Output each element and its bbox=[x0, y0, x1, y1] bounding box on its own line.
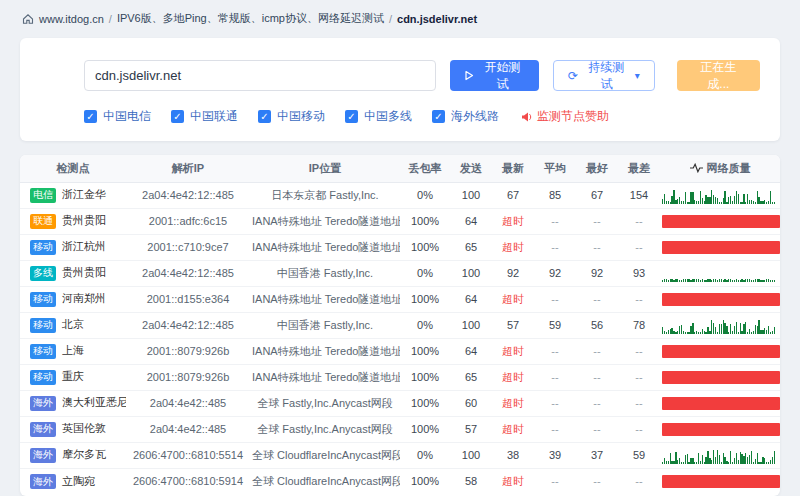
location-cell: IANA特殊地址 Teredo隧道地址 bbox=[250, 364, 400, 390]
ping-results-card: 检测点解析IPIP位置丢包率发送最新平均最好最差网络质量 电信浙江金华2a04:… bbox=[20, 155, 780, 496]
filter-checkbox-2[interactable]: ✓中国移动 bbox=[258, 108, 325, 125]
filter-checkbox-1[interactable]: ✓中国联通 bbox=[171, 108, 238, 125]
table-header-row: 检测点解析IPIP位置丢包率发送最新平均最好最差网络质量 bbox=[20, 155, 780, 182]
best-cell: -- bbox=[576, 234, 618, 260]
table-row: 移动上海2001::8079:926bIANA特殊地址 Teredo隧道地址10… bbox=[20, 338, 780, 364]
location-cell: IANA特殊地址 Teredo隧道地址 bbox=[250, 338, 400, 364]
col-header-7: 最好 bbox=[576, 155, 618, 182]
avg-cell: 39 bbox=[534, 442, 576, 468]
loss-cell: 100% bbox=[400, 364, 450, 390]
home-icon[interactable] bbox=[22, 13, 34, 25]
node-cell: 移动重庆 bbox=[20, 364, 126, 390]
loss-cell: 0% bbox=[400, 260, 450, 286]
quality-cell bbox=[660, 260, 780, 286]
timeout-bar bbox=[662, 345, 780, 358]
loss-cell: 100% bbox=[400, 416, 450, 442]
carrier-badge: 电信 bbox=[30, 188, 56, 203]
sent-cell: 100 bbox=[450, 182, 492, 208]
quality-cell bbox=[660, 182, 780, 208]
location-cell: 全球 CloudflareIncAnycast网段 bbox=[250, 468, 400, 494]
filter-label: 中国多线 bbox=[364, 108, 412, 125]
timeout-bar bbox=[662, 241, 780, 254]
table-row: 移动河南郑州2001::d155:e364IANA特殊地址 Teredo隧道地址… bbox=[20, 286, 780, 312]
filter-checkbox-0[interactable]: ✓中国电信 bbox=[84, 108, 151, 125]
latest-cell: 92 bbox=[492, 260, 534, 286]
sent-cell: 58 bbox=[450, 468, 492, 494]
filter-label: 中国移动 bbox=[277, 108, 325, 125]
search-row: 开始测试 ⟳ 持续测试 ▾ 正在生成... bbox=[84, 60, 760, 91]
ip-cell: 2a04:4e42::485 bbox=[126, 416, 250, 442]
sponsor-link[interactable]: 监测节点赞助 bbox=[521, 108, 609, 125]
continuous-test-label: 持续测试 bbox=[584, 59, 629, 93]
col-header-1: 解析IP bbox=[126, 155, 250, 182]
best-cell: 67 bbox=[576, 182, 618, 208]
activity-icon bbox=[690, 163, 703, 173]
avg-cell: -- bbox=[534, 234, 576, 260]
node-name: 上海 bbox=[62, 344, 84, 356]
checkbox-checked-icon: ✓ bbox=[432, 110, 445, 123]
worst-cell: -- bbox=[618, 468, 660, 494]
node-name: 浙江金华 bbox=[62, 188, 106, 200]
quality-cell bbox=[660, 468, 780, 494]
sent-cell: 64 bbox=[450, 208, 492, 234]
breadcrumb: www.itdog.cn / IPV6版、多地Ping、常规版、icmp协议、网… bbox=[0, 0, 800, 26]
breadcrumb-site[interactable]: www.itdog.cn bbox=[39, 13, 104, 25]
node-name: 浙江杭州 bbox=[62, 240, 106, 252]
avg-cell: -- bbox=[534, 416, 576, 442]
breadcrumb-target: cdn.jsdelivr.net bbox=[397, 13, 477, 25]
test-control-card: 开始测试 ⟳ 持续测试 ▾ 正在生成... ✓中国电信✓中国联通✓中国移动✓中国… bbox=[20, 38, 780, 141]
checkbox-checked-icon: ✓ bbox=[171, 110, 184, 123]
ip-cell: 2a04:4e42:12::485 bbox=[126, 312, 250, 338]
host-input[interactable] bbox=[84, 60, 436, 91]
sent-cell: 65 bbox=[450, 364, 492, 390]
col-header-8: 最差 bbox=[618, 155, 660, 182]
location-cell: 全球 CloudflareIncAnycast网段 bbox=[250, 442, 400, 468]
ip-cell: 2001::8079:926b bbox=[126, 338, 250, 364]
table-row: 移动浙江杭州2001::c710:9ce7IANA特殊地址 Teredo隧道地址… bbox=[20, 234, 780, 260]
avg-cell: -- bbox=[534, 208, 576, 234]
worst-cell: 78 bbox=[618, 312, 660, 338]
table-row: 移动北京2a04:4e42:12::485中国香港 Fastly,Inc.0%1… bbox=[20, 312, 780, 338]
node-cell: 联通贵州贵阳 bbox=[20, 208, 126, 234]
ip-cell: 2001::d155:e364 bbox=[126, 286, 250, 312]
filter-label: 海外线路 bbox=[451, 108, 499, 125]
best-cell: -- bbox=[576, 208, 618, 234]
avg-cell: -- bbox=[534, 364, 576, 390]
carrier-badge: 多线 bbox=[30, 266, 56, 281]
col-header-label: 网络质量 bbox=[707, 162, 751, 174]
checkbox-checked-icon: ✓ bbox=[258, 110, 271, 123]
node-cell: 移动北京 bbox=[20, 312, 126, 338]
quality-cell bbox=[660, 234, 780, 260]
ip-cell: 2a04:4e42:12::485 bbox=[126, 182, 250, 208]
loss-cell: 100% bbox=[400, 208, 450, 234]
loss-cell: 100% bbox=[400, 286, 450, 312]
node-cell: 移动上海 bbox=[20, 338, 126, 364]
sent-cell: 64 bbox=[450, 338, 492, 364]
avg-cell: -- bbox=[534, 390, 576, 416]
latency-sparkline bbox=[662, 265, 780, 282]
loss-cell: 0% bbox=[400, 312, 450, 338]
breadcrumb-path[interactable]: IPV6版、多地Ping、常规版、icmp协议、网络延迟测试 bbox=[117, 11, 384, 26]
continuous-test-button[interactable]: ⟳ 持续测试 ▾ bbox=[553, 60, 655, 91]
location-cell: 全球 Fastly,Inc.Anycast网段 bbox=[250, 390, 400, 416]
table-row: 电信浙江金华2a04:4e42:12::485日本东京都 Fastly,Inc.… bbox=[20, 182, 780, 208]
location-cell: 日本东京都 Fastly,Inc. bbox=[250, 182, 400, 208]
generating-button[interactable]: 正在生成... bbox=[677, 60, 760, 91]
ping-table-body: 电信浙江金华2a04:4e42:12::485日本东京都 Fastly,Inc.… bbox=[20, 182, 780, 494]
avg-cell: -- bbox=[534, 286, 576, 312]
filter-checkbox-3[interactable]: ✓中国多线 bbox=[345, 108, 412, 125]
node-name: 河南郑州 bbox=[62, 292, 106, 304]
ip-cell: 2a04:4e42::485 bbox=[126, 390, 250, 416]
start-test-button[interactable]: 开始测试 bbox=[450, 60, 539, 91]
latest-cell: 超时 bbox=[492, 390, 534, 416]
filter-checkbox-4[interactable]: ✓海外线路 bbox=[432, 108, 499, 125]
latest-cell: 超时 bbox=[492, 416, 534, 442]
latency-sparkline bbox=[662, 317, 780, 334]
avg-cell: -- bbox=[534, 468, 576, 494]
sent-cell: 57 bbox=[450, 416, 492, 442]
latest-cell: 超时 bbox=[492, 286, 534, 312]
worst-cell: -- bbox=[618, 364, 660, 390]
table-row: 联通贵州贵阳2001::adfc:6c15IANA特殊地址 Teredo隧道地址… bbox=[20, 208, 780, 234]
node-name: 贵州贵阳 bbox=[62, 266, 106, 278]
node-name: 立陶宛 bbox=[62, 475, 95, 487]
